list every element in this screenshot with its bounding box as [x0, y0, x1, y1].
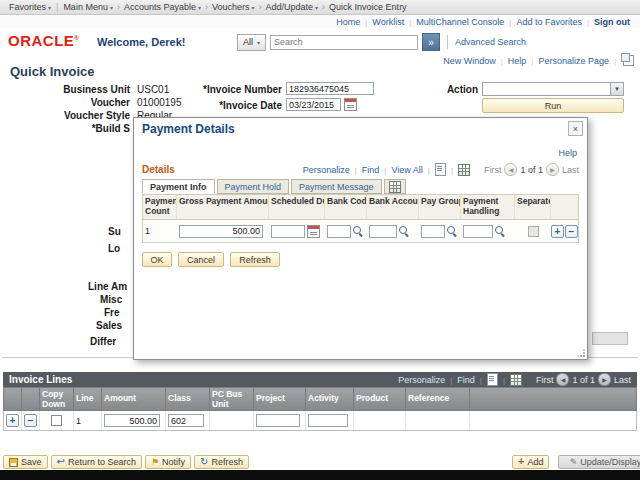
- previous-row-icon[interactable]: [556, 373, 569, 386]
- scheduled-due-input[interactable]: [271, 225, 305, 238]
- save-button[interactable]: Save: [3, 455, 48, 469]
- pager-first-link[interactable]: First: [536, 375, 554, 385]
- pay-group-input[interactable]: [421, 225, 445, 238]
- gross-payment-amount-cell: [177, 225, 269, 238]
- resize-handle[interactable]: [577, 349, 586, 358]
- personalize-link[interactable]: Personalize: [398, 375, 445, 385]
- chevron-down-icon: [110, 2, 113, 12]
- pager-last-link[interactable]: Last: [614, 375, 631, 385]
- show-all-columns-tab[interactable]: [384, 179, 406, 194]
- pager-first-link[interactable]: First: [484, 165, 502, 175]
- modal-help-link[interactable]: Help: [558, 148, 577, 158]
- delete-row-button[interactable]: −: [565, 225, 578, 238]
- search-input[interactable]: [270, 35, 418, 50]
- payment-handling-cell: [461, 225, 515, 238]
- run-button[interactable]: Run: [482, 98, 624, 113]
- invoice-number-input[interactable]: [286, 82, 374, 95]
- update-display-button[interactable]: Update/Display: [558, 455, 640, 469]
- notify-button[interactable]: Notify: [145, 455, 191, 469]
- find-link[interactable]: Find: [457, 375, 475, 385]
- amount-input[interactable]: [104, 414, 160, 427]
- filler-cell: [470, 411, 636, 430]
- new-window-link[interactable]: New Window: [443, 56, 496, 66]
- home-link[interactable]: Home: [336, 17, 360, 27]
- sign-out-link[interactable]: Sign out: [594, 17, 630, 27]
- breadcrumb-quick-invoice-entry[interactable]: Quick Invoice Entry: [326, 2, 410, 12]
- cancel-button[interactable]: Cancel: [178, 252, 224, 267]
- find-link[interactable]: Find: [362, 165, 380, 175]
- search-go-button[interactable]: [422, 33, 440, 51]
- bank-account-input[interactable]: [369, 225, 397, 238]
- invoice-date-input[interactable]: [286, 98, 341, 111]
- new-window-icon[interactable]: [623, 55, 634, 66]
- breadcrumb-vouchers[interactable]: Vouchers: [209, 2, 258, 12]
- class-input[interactable]: [168, 414, 204, 427]
- bank-code-input[interactable]: [327, 225, 351, 238]
- delete-line-button[interactable]: −: [24, 414, 37, 427]
- activity-cell: [306, 411, 354, 430]
- lookup-icon[interactable]: [353, 226, 364, 237]
- double-chevron-icon: [428, 37, 434, 48]
- divider: [448, 375, 454, 385]
- previous-row-icon[interactable]: [504, 163, 517, 176]
- payment-handling-input[interactable]: [463, 225, 493, 238]
- refresh-button[interactable]: Refresh: [230, 252, 280, 267]
- voucher-label: Voucher: [35, 97, 130, 108]
- close-icon[interactable]: [568, 121, 583, 136]
- next-row-icon[interactable]: [546, 163, 559, 176]
- add-line-button[interactable]: +: [6, 414, 19, 427]
- refresh-label: Refresh: [211, 457, 243, 467]
- tab-payment-info[interactable]: Payment Info: [142, 179, 215, 194]
- divider: [496, 56, 508, 66]
- breadcrumb-add-update[interactable]: Add/Update: [263, 2, 322, 12]
- download-grid-icon[interactable]: [510, 374, 522, 386]
- action-select[interactable]: [482, 82, 624, 96]
- next-row-icon[interactable]: [598, 373, 611, 386]
- notebook-icon[interactable]: [487, 373, 498, 386]
- help-link[interactable]: Help: [508, 56, 527, 66]
- breadcrumb-main-menu[interactable]: Main Menu: [60, 2, 116, 12]
- personalize-link[interactable]: Personalize: [303, 165, 350, 175]
- freight-label-clipped: Fre: [104, 307, 120, 318]
- personalize-page-link[interactable]: Personalize Page: [538, 56, 609, 66]
- bottom-bar: [0, 470, 640, 480]
- breadcrumb-favorites[interactable]: Favorites: [6, 2, 54, 12]
- return-to-search-button[interactable]: Return to Search: [51, 455, 142, 469]
- download-grid-icon[interactable]: [458, 164, 470, 176]
- tab-payment-message[interactable]: Payment Message: [291, 179, 382, 194]
- refresh-icon: [200, 457, 208, 467]
- worklist-link[interactable]: Worklist: [372, 17, 404, 27]
- update-display-icon: [570, 457, 578, 467]
- line-cell: 1: [74, 411, 102, 430]
- lookup-icon[interactable]: [399, 226, 410, 237]
- advanced-search-link[interactable]: Advanced Search: [455, 37, 526, 47]
- calendar-icon[interactable]: [307, 225, 320, 238]
- calendar-icon[interactable]: [344, 98, 357, 111]
- pager-last-link[interactable]: Last: [562, 165, 579, 175]
- search-scope-dropdown[interactable]: All: [237, 34, 266, 51]
- breadcrumb-accounts-payable[interactable]: Accounts Payable: [121, 2, 204, 12]
- project-input[interactable]: [256, 414, 300, 427]
- chevron-down-icon: [252, 2, 255, 12]
- breadcrumb: Favorites Main Menu Accounts Payable Vou…: [0, 0, 640, 15]
- activity-input[interactable]: [308, 414, 348, 427]
- copy-down-checkbox[interactable]: [51, 415, 62, 426]
- lookup-icon[interactable]: [495, 226, 506, 237]
- add-to-favorites-link[interactable]: Add to Favorites: [516, 17, 582, 27]
- gross-payment-amount-input[interactable]: [179, 225, 263, 238]
- add-button[interactable]: Add: [512, 455, 549, 469]
- column-gross-payment-amount: Gross Payment Amount: [177, 195, 269, 219]
- view-all-link[interactable]: View All: [391, 165, 422, 175]
- welcome-message: Welcome, Derek!: [97, 36, 185, 48]
- multichannel-console-link[interactable]: MultiChannel Console: [416, 17, 504, 27]
- separate-checkbox[interactable]: [528, 226, 539, 237]
- lookup-icon[interactable]: [447, 226, 458, 237]
- ok-button[interactable]: OK: [142, 252, 172, 267]
- add-row-button[interactable]: +: [551, 225, 564, 238]
- tab-payment-hold[interactable]: Payment Hold: [217, 179, 290, 194]
- notebook-icon[interactable]: [435, 163, 446, 176]
- refresh-toolbar-button[interactable]: Refresh: [194, 455, 249, 469]
- chevron-down-icon: [257, 37, 260, 47]
- breadcrumb-label: Favorites: [9, 2, 46, 12]
- product-cell: [354, 411, 406, 430]
